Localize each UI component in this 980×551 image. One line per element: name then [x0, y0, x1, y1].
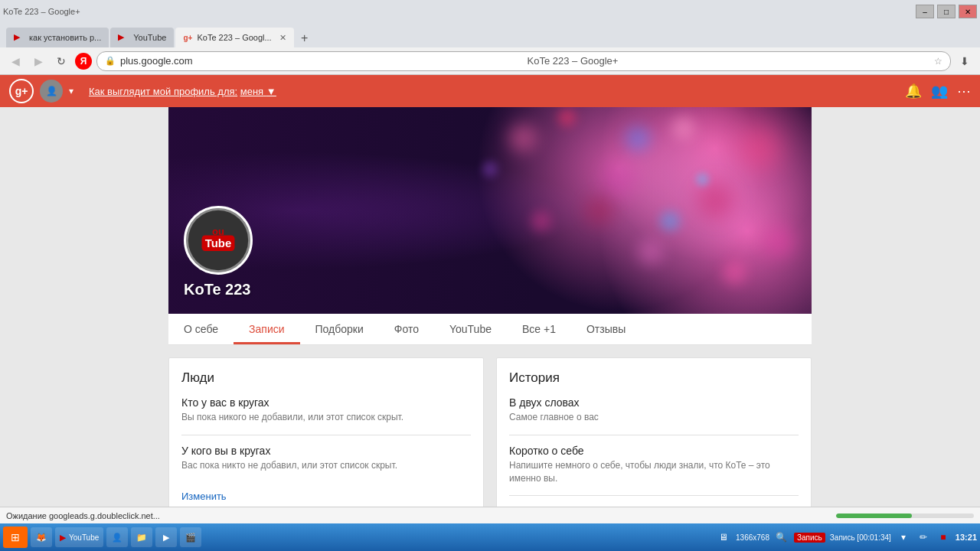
- rec-label: Запись [00:01:34]: [830, 533, 891, 542]
- section-divider-2: [509, 435, 799, 435]
- taskbar-youtube-label: YouTube: [69, 533, 99, 542]
- status-bar: Ожидание googleads.g.doubleclick.net...: [0, 507, 980, 523]
- address-bar: ◀ ▶ ↻ Я 🔒 plus.google.com KoTe 223 – Goo…: [0, 47, 980, 75]
- taskbar-item-user[interactable]: 👤: [106, 527, 128, 547]
- tab-title-3: KoTe 223 – Googl...: [197, 33, 271, 42]
- pen-icon: ✏: [916, 530, 931, 545]
- tab-otzyvy[interactable]: Отзывы: [571, 314, 641, 344]
- star-icon[interactable]: ☆: [934, 56, 942, 67]
- youtube-taskbar-icon: ▶: [60, 533, 66, 542]
- tab-favicon-3: g+: [183, 34, 192, 42]
- tab-zapisi[interactable]: Записи: [234, 314, 299, 344]
- status-text: Ожидание googleads.g.doubleclick.net...: [6, 511, 830, 520]
- cover-container: ou Tube KoTe 223: [168, 107, 812, 314]
- tab-3[interactable]: g+ KoTe 223 – Googl... ✕: [175, 28, 293, 47]
- tab-podborki[interactable]: Подборки: [300, 314, 379, 344]
- rec-badge: Запись: [794, 533, 825, 543]
- circles-item-2: У кого вы в кругах Вас пока никто не доб…: [181, 445, 471, 472]
- tab-favicon-2: ▶: [118, 32, 129, 43]
- bokeh-circle: [666, 111, 701, 145]
- tab-close-3[interactable]: ✕: [279, 33, 286, 43]
- tab-vse-plus[interactable]: Все +1: [507, 314, 571, 344]
- bokeh-circle: [578, 190, 620, 232]
- section-divider-1: [181, 435, 471, 435]
- profile-nav: О себе Записи Подборки Фото YouTube Все …: [168, 314, 812, 345]
- gplus-logo: g+: [9, 79, 34, 103]
- notifications-icon[interactable]: 🔔: [905, 83, 922, 99]
- folder-icon: 📁: [136, 533, 147, 543]
- close-button[interactable]: ✕: [959, 5, 977, 18]
- taskbar-item-media[interactable]: ▶: [155, 527, 177, 547]
- taskbar-item-video[interactable]: 🎬: [180, 527, 201, 547]
- firefox-icon: 🦊: [36, 533, 47, 543]
- apps-icon[interactable]: ⋯: [957, 83, 971, 99]
- profile-view-text: Как выглядит мой профиль для: меня ▼: [89, 86, 899, 97]
- tab-2[interactable]: ▶ YouTube: [110, 28, 174, 47]
- bokeh-circle: [619, 120, 656, 157]
- circles-desc-1: Вы пока никого не добавили, или этот спи…: [181, 411, 471, 424]
- tab-title-1: как установить р...: [29, 33, 101, 42]
- history-item-desc-1: Самое главное о вас: [509, 411, 799, 424]
- dropdown-tray-icon[interactable]: ▾: [896, 530, 911, 545]
- start-button[interactable]: ⊞: [3, 527, 28, 548]
- minimize-button[interactable]: –: [916, 5, 934, 18]
- tab-foto[interactable]: Фото: [379, 314, 434, 344]
- back-button[interactable]: ◀: [6, 52, 24, 70]
- toolbar-right: ⬇: [956, 52, 974, 70]
- yandex-icon: Я: [75, 53, 92, 70]
- title-bar: KoTe 223 – Google+ – □ ✕: [0, 0, 980, 23]
- history-title: История: [509, 370, 799, 386]
- profile-avatar[interactable]: ou Tube: [184, 206, 253, 275]
- circles-title-2: У кого вы в кругах: [181, 445, 471, 457]
- history-item-2: Коротко о себе Напишите немного о себе, …: [509, 445, 799, 485]
- bokeh-circle: [756, 219, 802, 265]
- history-item-1: В двух словах Самое главное о вас: [509, 396, 799, 424]
- profile-overlay: ou Tube KoTe 223: [168, 107, 536, 314]
- gplus-nav-icons: 🔔 👥 ⋯: [905, 83, 971, 99]
- media-icon: ▶: [163, 533, 169, 543]
- lock-icon: 🔒: [105, 56, 116, 66]
- svg-text:Tube: Tube: [205, 236, 232, 249]
- circles-item-1: Кто у вас в кругах Вы пока никого не доб…: [181, 396, 471, 424]
- user-taskbar-icon: 👤: [112, 533, 122, 543]
- url-domain: plus.google.com: [120, 55, 523, 67]
- bokeh-circle: [717, 256, 752, 290]
- circles-title-1: Кто у вас в кругах: [181, 396, 471, 409]
- record-stop-icon: ■: [936, 530, 951, 545]
- tab-favicon-1: ▶: [14, 32, 24, 43]
- tab-1[interactable]: ▶ как установить р...: [6, 28, 109, 47]
- screen-icon: 🖥: [716, 530, 731, 545]
- bokeh-circle: [632, 233, 670, 271]
- window-controls: – □ ✕: [916, 5, 977, 18]
- url-page-title: KoTe 223 – Google+: [528, 55, 930, 67]
- download-icon[interactable]: ⬇: [956, 52, 974, 70]
- bokeh-circle: [655, 207, 684, 236]
- progress-fill: [836, 514, 912, 518]
- resolution-label: 1366x768: [736, 533, 769, 542]
- taskbar-item-folder[interactable]: 📁: [131, 527, 152, 547]
- reload-button[interactable]: ↻: [52, 52, 70, 70]
- profile-audience-link[interactable]: меня ▼: [240, 86, 276, 97]
- tab-o-sebe[interactable]: О себе: [168, 314, 234, 344]
- user-avatar-small[interactable]: 👤: [40, 80, 63, 103]
- change-link[interactable]: Изменить: [181, 491, 227, 502]
- profile-view-label: Как выглядит мой профиль для:: [89, 86, 237, 97]
- history-item-desc-2: Напишите немного о себе, чтобы люди знал…: [509, 459, 799, 485]
- tab-youtube[interactable]: YouTube: [434, 314, 507, 344]
- user-dropdown[interactable]: ▾: [69, 86, 74, 96]
- circles-desc-2: Вас пока никто не добавил, или этот спис…: [181, 459, 471, 472]
- url-bar[interactable]: 🔒 plus.google.com KoTe 223 – Google+ ☆: [96, 51, 951, 71]
- progress-bar: [836, 514, 974, 518]
- forward-button[interactable]: ▶: [29, 52, 47, 70]
- people-title: Люди: [181, 370, 471, 386]
- maximize-button[interactable]: □: [937, 5, 956, 18]
- clock: 13:21: [956, 533, 977, 542]
- profile-name: KoTe 223: [184, 281, 250, 298]
- taskbar-item-browser[interactable]: ▶ YouTube: [55, 527, 103, 547]
- contacts-icon[interactable]: 👥: [931, 83, 948, 99]
- history-item-title-1: В двух словах: [509, 396, 799, 409]
- browser-window: KoTe 223 – Google+ – □ ✕ ▶ как установит…: [0, 0, 980, 551]
- url-right-icons: ☆: [934, 56, 942, 67]
- taskbar-item-firefox[interactable]: 🦊: [31, 527, 52, 547]
- new-tab-button[interactable]: +: [296, 29, 314, 47]
